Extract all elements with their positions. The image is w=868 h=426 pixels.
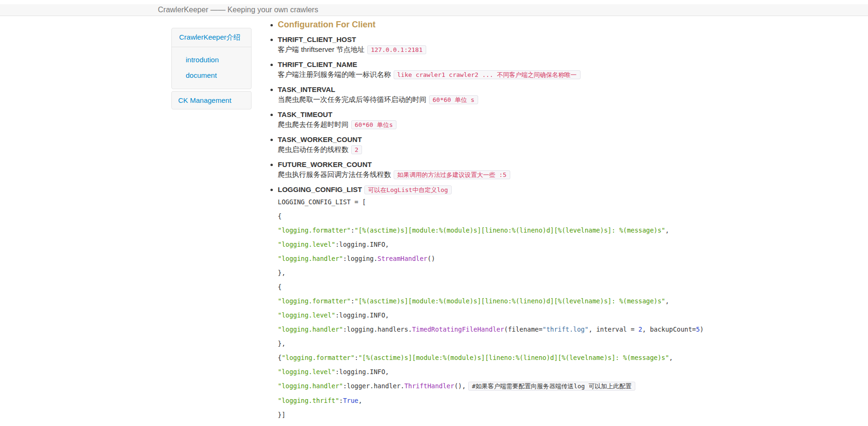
code-token: "[%(asctime)s][module:%(module)s][lineno… (358, 354, 669, 361)
item-desc: 爬虫爬去任务超时时间60*60 单位s (278, 119, 683, 130)
inline-code-badge: 可以在LogList中自定义log (364, 185, 452, 194)
config-item: TASK_WORKER_COUNT爬虫启动任务的线程数2 (278, 134, 683, 155)
code-line: }] (278, 408, 683, 422)
code-line: "logging.formatter":"[%(asctime)s][modul… (278, 223, 683, 237)
item-desc-text: 爬虫启动任务的线程数 (278, 145, 349, 153)
item-title: TASK_WORKER_COUNT (278, 135, 362, 143)
item-desc-text: 客户端注册到服务端的唯一标识名称 (278, 70, 391, 78)
code-line: "logging.formatter":"[%(asctime)s][modul… (278, 294, 683, 308)
sidebar-link-ck-management[interactable]: CK Management (178, 96, 232, 104)
code-token: StreamHandler (378, 255, 428, 262)
item-title: TASK_INTERVAL (278, 85, 336, 93)
code-token: "logging.handler" (278, 326, 343, 333)
navbar: CrawlerKeeper —— Keeping your own crawle… (0, 4, 868, 16)
inline-code-badge: like crawler1 crawler2 ... 不同客户端之间确保名称唯一 (394, 70, 581, 79)
item-desc: 客户端 thriftserver 节点地址127.0.0.1:2181 (278, 44, 683, 55)
item-desc: 客户端注册到服务端的唯一标识名称like crawler1 crawler2 .… (278, 69, 683, 80)
code-token: ThriftHandler (405, 382, 455, 390)
doc-list: Configuration For Client THRIFT_CLIENT_H… (268, 20, 683, 422)
code-token: "logging.handler" (278, 382, 343, 390)
item-desc: 当爬虫爬取一次任务完成后等待循环启动的时间60*60 单位 s (278, 94, 683, 105)
code-token: "[%(asctime)s][module:%(module)s][lineno… (354, 297, 665, 305)
config-item: FUTURE_WORKER_COUNT爬虫执行服务器回调方法任务线程数如果调用的… (278, 159, 683, 180)
code-line: { (278, 209, 683, 223)
content-area: CrawlerKeeper介绍 introdutiondocument CK M… (158, 16, 710, 426)
code-token: :logging.handlers. (343, 326, 412, 333)
code-token: ) (700, 326, 704, 333)
code-line: }, (278, 266, 683, 280)
code-token: () (428, 255, 435, 262)
config-item: THRIFT_CLIENT_HOST客户端 thriftserver 节点地址1… (278, 34, 683, 55)
config-item: THRIFT_CLIENT_NAME客户端注册到服务端的唯一标识名称like c… (278, 59, 683, 80)
code-token: { (278, 283, 282, 291)
code-token: : (354, 354, 358, 361)
code-token: "logging.formatter" (278, 226, 351, 234)
code-token: , (665, 297, 669, 305)
code-token: }] (278, 411, 286, 418)
code-line: LOGGING_CONFIG_LIST = [ (278, 195, 683, 209)
inline-code-badge: 127.0.0.1:2181 (367, 45, 427, 54)
item-title: TASK_TIMEOUT (278, 110, 333, 118)
inline-code-badge: 60*60 单位s (351, 120, 397, 129)
code-token: : (351, 226, 354, 234)
code-line: "logging.level":logging.INFO, (278, 365, 683, 379)
code-token: :logging.INFO, (335, 241, 389, 248)
sidebar-item-document[interactable]: document (186, 70, 244, 80)
code-token: "logging.handler" (278, 255, 343, 262)
config-item: TASK_TIMEOUT爬虫爬去任务超时时间60*60 单位s (278, 109, 683, 130)
item-desc-text: 爬虫爬去任务超时时间 (278, 120, 349, 128)
code-block: LOGGING_CONFIG_LIST = [{"logging.formatt… (278, 195, 683, 422)
code-line: "logging.level":logging.INFO, (278, 237, 683, 251)
code-token: "logging.level" (278, 368, 336, 376)
code-token: { (278, 354, 282, 361)
code-token: , (669, 354, 673, 361)
sidebar: CrawlerKeeper介绍 introdutiondocument CK M… (171, 28, 252, 111)
code-token: (), (454, 382, 465, 390)
sidebar-panel-management: CK Management (171, 91, 252, 109)
code-token: :logging.INFO, (335, 368, 389, 376)
inline-code-comment-badge: #如果客户端需要配置向服务器端传送log 可以加上此配置 (468, 382, 635, 391)
code-token: TimedRotatingFileHandler (412, 326, 504, 333)
config-item-logging: LOGGING_CONFIG_LIST可以在LogList中自定义log LOG… (278, 184, 683, 422)
inline-code-badge: 如果调用的方法过多建议设置大一些 :5 (394, 170, 510, 179)
code-token: "logging.thrift" (278, 397, 339, 404)
code-token: , backupCount= (642, 326, 696, 333)
code-token: }, (278, 340, 286, 347)
code-token: "[%(asctime)s][module:%(module)s][lineno… (354, 226, 665, 234)
item-desc-text: 爬虫执行服务器回调方法任务线程数 (278, 170, 391, 178)
code-token: 5 (696, 326, 700, 333)
code-token: "thrift.log" (542, 326, 589, 333)
navbar-brand[interactable]: CrawlerKeeper —— Keeping your own crawle… (158, 4, 319, 16)
code-line: "logging.thrift":True, (278, 393, 683, 408)
code-line: "logging.handler":logging.handlers.Timed… (278, 322, 683, 336)
code-token: LOGGING_CONFIG_LIST = [ (278, 198, 366, 206)
item-desc: 爬虫启动任务的线程数2 (278, 144, 683, 155)
code-token: "logging.level" (278, 311, 336, 319)
code-token: : (339, 397, 343, 404)
code-line: { (278, 280, 683, 294)
code-token: , (358, 397, 362, 404)
code-token: , (665, 226, 669, 234)
page-title: Configuration For Client (278, 20, 376, 29)
inline-code-badge: 60*60 单位 s (429, 95, 479, 104)
code-token: True (343, 397, 359, 404)
config-item: TASK_INTERVAL当爬虫爬取一次任务完成后等待循环启动的时间60*60 … (278, 84, 683, 105)
code-line: "logging.handler":logging.StreamHandler(… (278, 251, 683, 266)
code-line: "logging.level":logging.INFO, (278, 308, 683, 322)
sidebar-link-crawlerkeeper-intro[interactable]: CrawlerKeeper介绍 (179, 33, 241, 41)
code-token: }, (278, 269, 286, 276)
item-title: FUTURE_WORKER_COUNT (278, 160, 372, 168)
main-content: Configuration For Client THRIFT_CLIENT_H… (268, 20, 683, 426)
item-desc: 爬虫执行服务器回调方法任务线程数如果调用的方法过多建议设置大一些 :5 (278, 169, 683, 180)
code-token: :logging. (343, 255, 378, 262)
sidebar-panel-intro-header: CrawlerKeeper介绍 (172, 28, 251, 47)
code-token: 2 (639, 326, 642, 333)
item-desc-text: 当爬虫爬取一次任务完成后等待循环启动的时间 (278, 95, 427, 103)
code-token: , interval = (589, 326, 639, 333)
code-token: :logging.INFO, (335, 311, 389, 319)
inline-code-badge: 2 (351, 145, 362, 154)
sidebar-item-introdution[interactable]: introdution (186, 55, 244, 65)
code-token: : (351, 297, 354, 305)
code-token: :logger.handler. (343, 382, 405, 390)
code-token: "logging.level" (278, 241, 336, 248)
